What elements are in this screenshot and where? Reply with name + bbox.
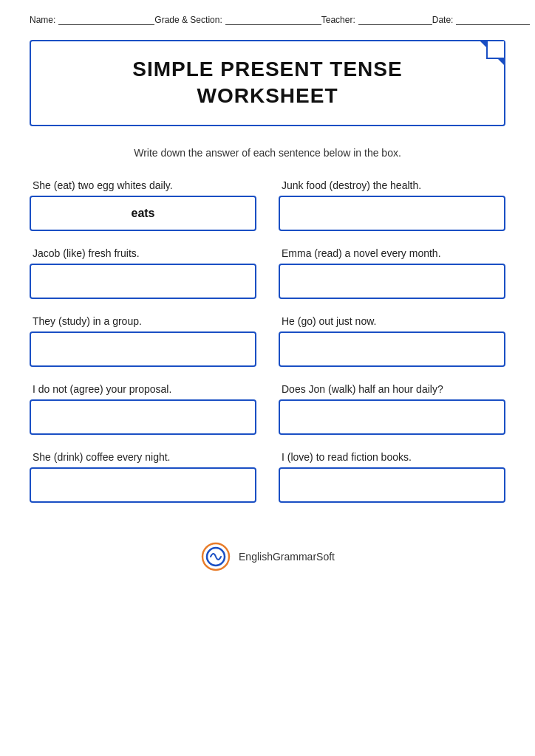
answer-box-3[interactable] [30, 264, 256, 299]
exercise-question-10: I (love) to read fiction books. [279, 451, 505, 463]
brand-name: EnglishGrammarSoft [239, 551, 335, 563]
exercise-item-6: He (go) out just now. [279, 315, 505, 367]
answer-box-8[interactable] [279, 399, 505, 435]
date-field: Date: [432, 15, 531, 25]
exercise-item-10: I (love) to read fiction books. [279, 451, 505, 503]
exercise-question-3: Jacob (like) fresh fruits. [30, 247, 256, 259]
exercise-item-8: Does Jon (walk) half an hour daily? [279, 383, 505, 435]
exercise-question-2: Junk food (destroy) the health. [279, 179, 505, 191]
exercise-item-9: She (drink) coffee every night. [30, 451, 256, 503]
exercise-question-8: Does Jon (walk) half an hour daily? [279, 383, 505, 395]
exercise-item-3: Jacob (like) fresh fruits. [30, 247, 256, 299]
exercise-item-1: She (eat) two egg whites daily.eats [30, 179, 256, 231]
answer-box-6[interactable] [279, 331, 505, 367]
name-field: Name: [30, 15, 154, 25]
exercise-item-2: Junk food (destroy) the health. [279, 179, 505, 231]
exercise-question-7: I do not (agree) your proposal. [30, 383, 256, 395]
answer-box-4[interactable] [279, 264, 505, 299]
answer-text-1: eats [131, 207, 154, 220]
answer-box-10[interactable] [279, 467, 505, 503]
answer-box-2[interactable] [279, 196, 505, 231]
exercise-item-4: Emma (read) a novel every month. [279, 247, 505, 299]
exercise-question-1: She (eat) two egg whites daily. [30, 179, 256, 191]
instructions-text: Write down the answer of each sentence b… [30, 147, 505, 159]
exercise-question-9: She (drink) coffee every night. [30, 451, 256, 463]
exercise-item-7: I do not (agree) your proposal. [30, 383, 256, 435]
exercise-question-5: They (study) in a group. [30, 315, 256, 327]
answer-box-1[interactable]: eats [30, 196, 256, 231]
answer-box-9[interactable] [30, 467, 256, 503]
name-line [58, 15, 154, 25]
answer-box-7[interactable] [30, 399, 256, 435]
grade-field: Grade & Section: [154, 15, 321, 25]
footer: EnglishGrammarSoft [30, 541, 505, 572]
title-box: SIMPLE PRESENT TENSE WORKSHEET [30, 40, 505, 126]
answer-box-5[interactable] [30, 331, 256, 367]
date-line [456, 15, 530, 25]
grade-line [225, 15, 321, 25]
exercise-question-6: He (go) out just now. [279, 315, 505, 327]
exercise-question-4: Emma (read) a novel every month. [279, 247, 505, 259]
exercise-item-5: They (study) in a group. [30, 315, 256, 367]
header-fields: Name: Grade & Section: Teacher: Date: [30, 15, 505, 25]
brand-logo-icon [200, 541, 231, 572]
worksheet-title: SIMPLE PRESENT TENSE WORKSHEET [53, 56, 482, 110]
teacher-line [358, 15, 432, 25]
name-label: Name: [30, 15, 55, 25]
teacher-label: Teacher: [321, 15, 355, 25]
date-label: Date: [432, 15, 454, 25]
exercises-grid: She (eat) two egg whites daily.eatsJunk … [30, 179, 505, 519]
teacher-field: Teacher: [321, 15, 432, 25]
grade-label: Grade & Section: [154, 15, 222, 25]
worksheet-page: Name: Grade & Section: Teacher: Date: SI… [0, 0, 535, 756]
